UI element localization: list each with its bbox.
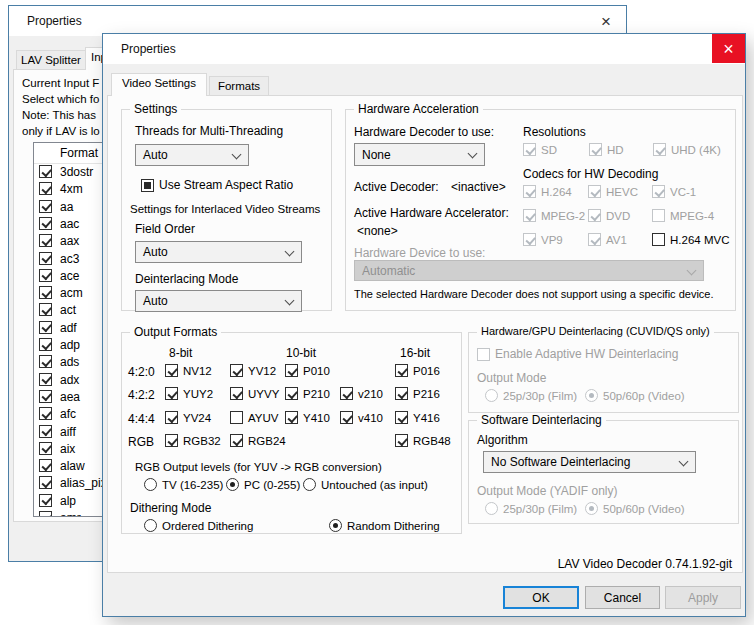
checked-checkbox-icon — [165, 411, 178, 424]
checked-checkbox-icon[interactable] — [39, 476, 52, 489]
radio-untouched[interactable]: Untouched (as input) — [303, 478, 428, 491]
checkbox-ayuv[interactable]: AYUV — [230, 411, 278, 424]
format-row-afc[interactable]: afc — [34, 406, 111, 423]
checkbox-y416[interactable]: Y416 — [395, 411, 440, 424]
checkbox-yv12[interactable]: YV12 — [230, 364, 276, 377]
radio-tv-16-235[interactable]: TV (16-235) — [144, 478, 223, 491]
hw-decoder-combobox[interactable]: None — [354, 143, 485, 166]
checked-checkbox-icon[interactable] — [39, 303, 52, 316]
format-row-ace[interactable]: ace — [34, 268, 111, 285]
format-row-adf[interactable]: adf — [34, 320, 111, 337]
format-row-3dostr[interactable]: 3dostr — [34, 164, 111, 181]
radio-random-dithering[interactable]: Random Dithering — [329, 519, 440, 532]
cancel-button[interactable]: Cancel — [585, 586, 660, 609]
checked-checkbox-icon[interactable] — [39, 200, 52, 213]
checked-checkbox-icon — [165, 434, 178, 447]
checkbox-yv24[interactable]: YV24 — [165, 411, 211, 424]
checkbox-nv12[interactable]: NV12 — [165, 364, 212, 377]
checked-checkbox-icon[interactable] — [39, 511, 52, 517]
checkbox-uyvy[interactable]: UYVY — [230, 387, 279, 400]
checked-checkbox-icon[interactable] — [39, 442, 52, 455]
format-row-alias-pix[interactable]: alias_pix — [34, 475, 111, 492]
checkbox-rgb32[interactable]: RGB32 — [165, 434, 221, 447]
hardware-acceleration-group: Hardware Acceleration Hardware Decoder t… — [345, 109, 736, 311]
checkbox-label: VP9 — [541, 234, 563, 246]
checkbox-yuy2[interactable]: YUY2 — [165, 387, 213, 400]
checked-checkbox-icon — [588, 185, 601, 198]
checked-checkbox-icon[interactable] — [39, 338, 52, 351]
field-order-combobox[interactable]: Auto — [135, 241, 302, 263]
output-formats-group: Output Formats 8-bit 10-bit 16-bit 4:2:0… — [121, 332, 462, 534]
format-row-ads[interactable]: ads — [34, 354, 111, 371]
radio-icon — [485, 389, 498, 402]
checkbox-rgb48[interactable]: RGB48 — [395, 434, 451, 447]
checked-checkbox-icon[interactable] — [39, 390, 52, 403]
format-row-act[interactable]: act — [34, 302, 111, 319]
radio-ordered-dithering[interactable]: Ordered Dithering — [144, 519, 253, 532]
close-icon[interactable]: × — [594, 11, 618, 31]
use-stream-aspect-ratio-checkbox[interactable]: Use Stream Aspect Ratio — [141, 178, 293, 192]
checked-checkbox-icon[interactable] — [39, 217, 52, 230]
radio-label: Random Dithering — [347, 520, 440, 532]
checked-checkbox-icon[interactable] — [39, 269, 52, 282]
radio-pc-0-255[interactable]: PC (0-255) — [226, 478, 300, 491]
checked-checkbox-icon[interactable] — [39, 355, 52, 368]
checkbox-v210[interactable]: v210 — [340, 387, 383, 400]
checked-checkbox-icon[interactable] — [39, 182, 52, 195]
hw-output-mode-label: Output Mode — [477, 371, 546, 385]
checked-checkbox-icon[interactable] — [39, 321, 52, 334]
input-formats-description: Current Input F Select which fo Note: Th… — [22, 75, 108, 139]
format-row-aac[interactable]: aac — [34, 216, 111, 233]
checkbox-p010[interactable]: P010 — [285, 364, 330, 377]
format-row-alp[interactable]: alp — [34, 493, 111, 510]
checkbox-y410[interactable]: Y410 — [285, 411, 330, 424]
format-row-4xm[interactable]: 4xm — [34, 181, 111, 198]
checkbox-v410[interactable]: v410 — [340, 411, 383, 424]
deinterlacing-mode-combobox[interactable]: Auto — [135, 290, 302, 312]
checked-checkbox-icon[interactable] — [39, 373, 52, 386]
subsampling-row-label: 4:4:4 — [128, 412, 155, 426]
checkbox-h-264-mvc[interactable]: H.264 MVC — [652, 233, 729, 246]
format-row-adp[interactable]: adp — [34, 337, 111, 354]
format-row-aax[interactable]: aax — [34, 233, 111, 250]
background-titlebar[interactable]: Properties — [9, 6, 626, 36]
format-row-alaw[interactable]: alaw — [34, 458, 111, 475]
format-row-amr[interactable]: amr — [34, 510, 111, 517]
format-row-acm[interactable]: acm — [34, 285, 111, 302]
dialog-titlebar[interactable]: Properties — [103, 34, 745, 64]
tab-lav-splitter[interactable]: LAV Splitter — [16, 50, 86, 70]
checked-checkbox-icon[interactable] — [39, 165, 52, 178]
tab-video-settings[interactable]: Video Settings — [111, 73, 207, 96]
format-row-ac3[interactable]: ac3 — [34, 251, 111, 268]
radio-sw-25p30p: 25p/30p (Film) — [485, 502, 577, 515]
radio-selected-icon — [226, 478, 239, 491]
checked-checkbox-icon[interactable] — [39, 286, 52, 299]
ok-button[interactable]: OK — [503, 586, 579, 609]
close-button[interactable]: × — [712, 34, 745, 63]
format-row-aiff[interactable]: aiff — [34, 424, 111, 441]
checkbox-p210[interactable]: P210 — [285, 387, 330, 400]
checked-checkbox-icon[interactable] — [39, 407, 52, 420]
checkbox-p016[interactable]: P016 — [395, 364, 440, 377]
format-row-adx[interactable]: adx — [34, 372, 111, 389]
format-list[interactable]: Format 3dostr4xmaaaacaaxac3aceacmactadfa… — [33, 142, 112, 517]
checked-checkbox-icon[interactable] — [39, 494, 52, 507]
format-row-aa[interactable]: aa — [34, 199, 111, 216]
checked-checkbox-icon — [230, 364, 243, 377]
checkbox-rgb24[interactable]: RGB24 — [230, 434, 286, 447]
checked-checkbox-icon — [523, 209, 536, 222]
tab-formats[interactable]: Formats — [209, 76, 269, 95]
format-row-aix[interactable]: aix — [34, 441, 111, 458]
sw-deinterlacing-algorithm-combobox[interactable]: No Software Deinterlacing — [483, 451, 696, 473]
checked-checkbox-icon[interactable] — [39, 425, 52, 438]
checked-checkbox-icon[interactable] — [39, 252, 52, 265]
apply-button-label: Apply — [688, 591, 718, 605]
format-column-header: Format — [60, 146, 98, 160]
checked-checkbox-icon[interactable] — [39, 234, 52, 247]
checked-checkbox-icon — [523, 185, 536, 198]
tab-label: Formats — [218, 80, 260, 92]
checked-checkbox-icon[interactable] — [39, 459, 52, 472]
checkbox-p216[interactable]: P216 — [395, 387, 440, 400]
threads-combobox[interactable]: Auto — [135, 144, 249, 166]
format-row-aea[interactable]: aea — [34, 389, 111, 406]
